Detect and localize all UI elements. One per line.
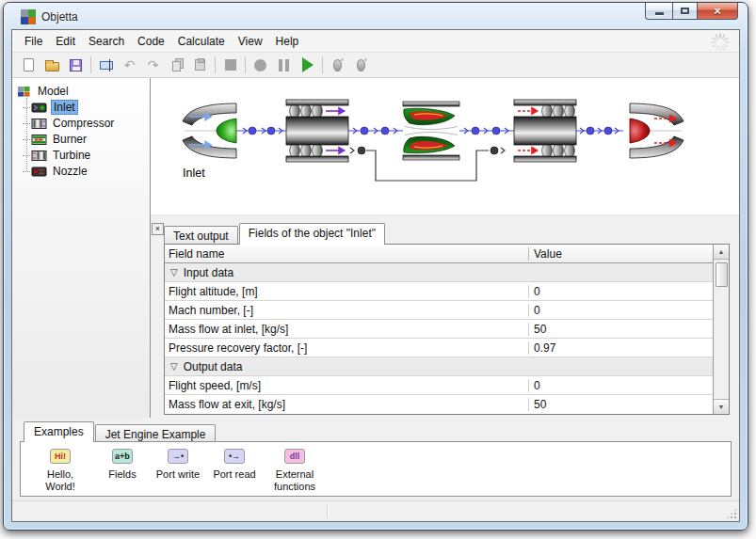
- diagram-canvas[interactable]: Inlet: [151, 78, 739, 215]
- inlet-diagram-label: Inlet: [183, 166, 205, 180]
- app-window: Objetta × File Edit Search Code Calculat…: [3, 2, 748, 531]
- redo-button[interactable]: ↷: [141, 55, 165, 76]
- rename-icon: [100, 61, 113, 70]
- tab-jet-engine-example[interactable]: Jet Engine Example: [95, 424, 217, 442]
- tab-examples[interactable]: Examples: [24, 421, 94, 442]
- scrollbar-thumb[interactable]: [716, 262, 728, 287]
- close-icon: ×: [714, 4, 721, 19]
- cell-value[interactable]: 50: [528, 323, 713, 336]
- compressor-component[interactable]: [286, 100, 348, 162]
- open-button[interactable]: [40, 55, 64, 76]
- nozzle-cone: [630, 119, 650, 143]
- scroll-up-icon[interactable]: ▲: [714, 245, 729, 260]
- turbine-icon: [31, 150, 47, 162]
- burner-component[interactable]: [403, 102, 459, 160]
- table-row[interactable]: Mach number, [-] 0: [165, 301, 713, 320]
- examples-tabs: Examples Jet Engine Example: [24, 422, 732, 442]
- menu-code[interactable]: Code: [131, 32, 171, 51]
- tree-item-nozzle[interactable]: Nozzle: [31, 164, 148, 179]
- column-value[interactable]: Value: [528, 247, 713, 261]
- record-button[interactable]: [249, 55, 272, 76]
- hello-world-icon: Hi!: [50, 449, 71, 464]
- undo-button[interactable]: ↶: [118, 55, 141, 76]
- copy-icon: [172, 61, 181, 71]
- example-port-write[interactable]: →• Port write: [147, 449, 209, 481]
- tree-item-turbine[interactable]: Turbine: [31, 148, 148, 163]
- cell-value[interactable]: 0: [528, 379, 713, 392]
- window-title: Objetta: [41, 10, 78, 24]
- column-field-name[interactable]: Field name: [165, 247, 528, 261]
- stop-button[interactable]: [218, 55, 242, 76]
- tab-fields-of-inlet[interactable]: Fields of the object "Inlet": [239, 223, 385, 245]
- macro-record-button[interactable]: [326, 55, 349, 76]
- example-external-functions[interactable]: dll External functions: [264, 449, 326, 493]
- cell-value[interactable]: 0: [528, 304, 713, 317]
- pause-button[interactable]: [272, 55, 296, 76]
- table-row[interactable]: Mass flow at inlet, [kg/s] 50: [165, 320, 713, 339]
- menu-view[interactable]: View: [232, 32, 269, 51]
- new-file-button[interactable]: [17, 55, 40, 76]
- minimize-icon: [655, 12, 664, 15]
- client-area: File Edit Search Code Calculate View Hel…: [11, 29, 740, 522]
- example-label: Fields: [96, 468, 149, 481]
- cell-value[interactable]: 0.97: [528, 341, 713, 355]
- fields-table: Field name Value ▽Input data Flight alti…: [164, 244, 730, 415]
- cell-value[interactable]: 0: [528, 285, 713, 298]
- inlet-cone: [217, 119, 236, 143]
- table-group-row[interactable]: ▽Input data: [165, 263, 713, 282]
- table-row[interactable]: Flight speed, [m/s] 0: [165, 376, 713, 395]
- mouse-play-icon: [357, 59, 365, 71]
- busy-spinner-icon: [709, 31, 732, 57]
- menu-calculate[interactable]: Calculate: [171, 32, 232, 51]
- rename-button[interactable]: [94, 55, 118, 76]
- collapse-triangle-icon[interactable]: ▽: [170, 361, 178, 372]
- titlebar[interactable]: Objetta ×: [4, 3, 748, 29]
- paste-button[interactable]: [188, 55, 212, 76]
- pause-icon: [279, 59, 289, 71]
- menu-edit[interactable]: Edit: [49, 32, 82, 51]
- save-button[interactable]: [64, 55, 88, 76]
- macro-play-button[interactable]: [349, 55, 373, 76]
- scroll-down-icon[interactable]: ▼: [714, 399, 729, 414]
- close-button[interactable]: ×: [698, 3, 738, 20]
- example-port-read[interactable]: •→ Port read: [205, 449, 264, 481]
- nozzle-component[interactable]: [630, 103, 684, 158]
- example-fields[interactable]: a+b Fields: [96, 449, 149, 481]
- menu-help[interactable]: Help: [269, 32, 306, 51]
- run-button[interactable]: [296, 55, 319, 76]
- tree-item-inlet[interactable]: Inlet: [31, 100, 148, 115]
- record-icon: [254, 59, 266, 71]
- tree-item-model[interactable]: Model: [16, 84, 148, 99]
- mouse-record-icon: [333, 59, 342, 71]
- cell-field-name: Flight speed, [m/s]: [165, 379, 528, 392]
- collapse-triangle-icon[interactable]: ▽: [170, 267, 178, 277]
- toolbar-separator: [215, 56, 216, 73]
- tab-text-output[interactable]: Text output: [164, 226, 238, 245]
- panel-close-button[interactable]: ×: [152, 223, 164, 235]
- workspace: Model Inlet: [12, 78, 739, 418]
- menu-search[interactable]: Search: [82, 32, 131, 51]
- table-row[interactable]: Flight altitude, [m] 0: [165, 282, 713, 301]
- cell-field-name: Flight altitude, [m]: [165, 285, 528, 298]
- toolbar: ↶ ↷: [12, 53, 739, 78]
- turbine-component[interactable]: [514, 100, 576, 162]
- resize-grip[interactable]: [726, 508, 737, 519]
- tree-item-compressor[interactable]: Compressor: [31, 116, 148, 131]
- table-group-row[interactable]: ▽Output data: [165, 357, 713, 376]
- table-header-row[interactable]: Field name Value: [165, 245, 713, 263]
- table-scrollbar[interactable]: ▲ ▼: [713, 245, 729, 414]
- copy-button[interactable]: [165, 55, 188, 76]
- cell-value[interactable]: 50: [528, 398, 713, 411]
- maximize-button[interactable]: [672, 3, 698, 20]
- table-row[interactable]: Pressure recovery factor, [-] 0.97: [165, 339, 713, 357]
- minimize-button[interactable]: [645, 3, 672, 20]
- inlet-component[interactable]: [183, 103, 236, 158]
- table-row[interactable]: Mass flow at exit, [kg/s] 50: [165, 395, 713, 414]
- example-hello-world[interactable]: Hi! Hello, World!: [34, 449, 87, 493]
- open-folder-icon: [45, 62, 59, 71]
- port-read-icon: •→: [224, 449, 245, 464]
- menu-file[interactable]: File: [18, 32, 49, 51]
- group-label: Output data: [184, 360, 243, 373]
- tree-item-burner[interactable]: Burner: [31, 132, 148, 147]
- tree-item-label: Inlet: [51, 100, 78, 115]
